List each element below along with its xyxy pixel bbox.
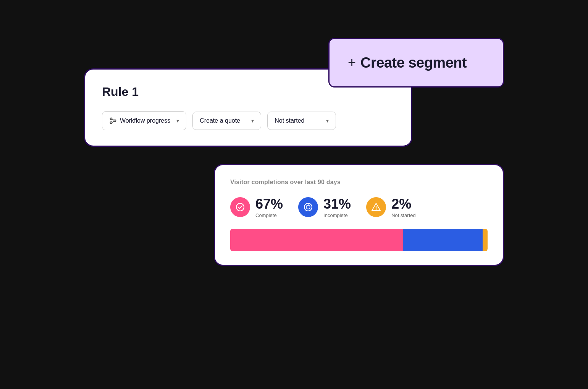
svg-line-3 [112,119,114,120]
analytics-card: Visitor completions over last 90 days 67… [214,164,504,266]
svg-line-4 [112,122,114,123]
not-started-stat-info: 2% Not started [391,196,416,218]
svg-point-0 [110,118,112,120]
incomplete-label: Incomplete [323,212,351,218]
quote-chevron-icon: ▾ [251,118,254,124]
create-segment-label: Create segment [360,55,467,71]
complete-stat-info: 67% Complete [255,196,283,218]
rule-dropdowns: Workflow progress ▾ Create a quote ▾ Not… [102,111,394,130]
svg-point-2 [110,122,112,124]
not-started-percent: 2% [391,196,416,212]
not-started-icon [366,197,386,217]
stat-not-started: 2% Not started [366,196,416,218]
status-dropdown[interactable]: Not started ▾ [267,112,336,130]
status-chevron-icon: ▾ [326,118,329,124]
stat-complete: 67% Complete [230,196,283,218]
progress-incomplete [403,229,483,251]
stats-row: 67% Complete 31% Incomplete [230,196,488,218]
quote-dropdown-text: Create a quote [200,117,245,124]
analytics-title: Visitor completions over last 90 days [230,179,488,186]
workflow-dropdown[interactable]: Workflow progress ▾ [102,111,186,130]
workflow-icon [109,117,117,125]
workflow-dropdown-text: Workflow progress [120,117,170,124]
svg-point-10 [376,209,376,210]
complete-icon [230,197,250,217]
svg-point-7 [306,205,310,209]
incomplete-percent: 31% [323,196,351,212]
quote-dropdown[interactable]: Create a quote ▾ [192,112,261,130]
not-started-label: Not started [391,212,416,218]
svg-point-5 [236,203,244,211]
progress-not-started [483,229,488,251]
incomplete-icon [298,197,318,217]
progress-bar [230,229,488,251]
svg-point-1 [114,120,116,122]
incomplete-stat-info: 31% Incomplete [323,196,351,218]
status-dropdown-text: Not started [275,117,320,124]
complete-label: Complete [255,212,283,218]
complete-percent: 67% [255,196,283,212]
plus-icon: + [348,56,356,70]
workflow-chevron-icon: ▾ [176,118,179,124]
progress-complete [230,229,403,251]
stat-incomplete: 31% Incomplete [298,196,351,218]
create-segment-button[interactable]: + Create segment [328,38,504,88]
